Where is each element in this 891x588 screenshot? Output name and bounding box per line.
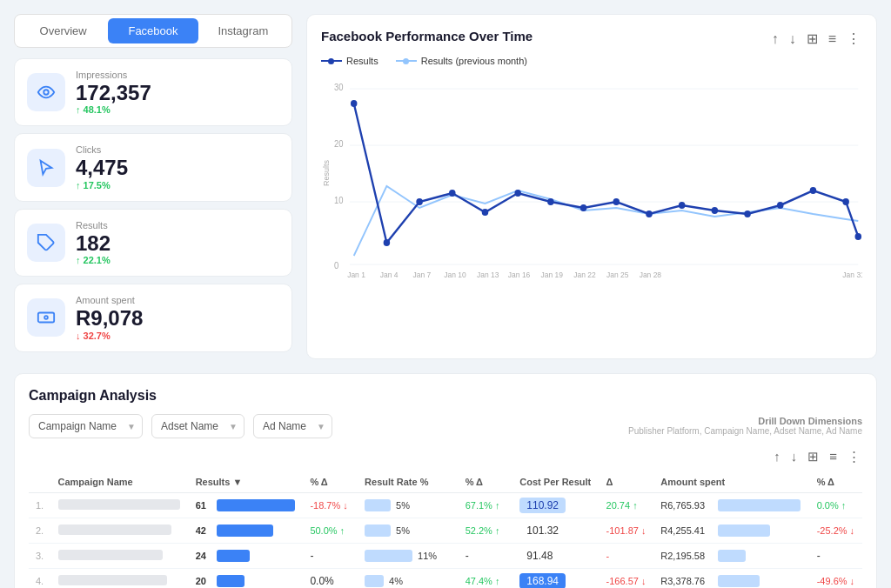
results-change: ↑ 22.1% (76, 255, 279, 265)
table-header-row: Campaign Name Results ▼ % Δ Result Rate … (29, 471, 862, 493)
table-grid-btn[interactable]: ⊞ (806, 447, 821, 466)
metric-card-impressions: Impressions 172,357 ↑ 48.1% (14, 58, 292, 126)
tab-facebook[interactable]: Facebook (108, 18, 198, 43)
adset-filter[interactable]: Adset Name (151, 414, 245, 438)
svg-text:Jan 22: Jan 22 (573, 271, 596, 279)
th-campaign[interactable]: Campaign Name (51, 471, 189, 493)
adname-filter-wrapper: Ad Name ▼ (253, 414, 332, 438)
results-label: Results (76, 220, 279, 231)
svg-point-17 (482, 209, 489, 216)
th-cpr[interactable]: Cost Per Result (512, 471, 599, 493)
svg-text:Jan 28: Jan 28 (640, 271, 662, 279)
svg-point-21 (613, 198, 620, 205)
drill-down-info: Drill Down Dimensions Publisher Platform… (628, 416, 862, 436)
amount-label: Amount spent (76, 295, 279, 305)
clicks-icon-bg (27, 149, 65, 187)
row-results: 42 (189, 518, 304, 543)
cursor-icon (37, 158, 56, 177)
th-results[interactable]: Results ▼ (189, 471, 304, 493)
adset-filter-wrapper: Adset Name ▼ (151, 414, 245, 438)
adname-filter[interactable]: Ad Name (253, 414, 332, 438)
chart-down-btn[interactable]: ↓ (787, 30, 798, 49)
chart-up-btn[interactable]: ↑ (770, 30, 780, 49)
legend-results-label: Results (346, 56, 379, 66)
results-value: 182 (76, 232, 279, 255)
impressions-value: 172,357 (76, 82, 279, 104)
row-rate: 5% (358, 518, 459, 543)
th-ratepct[interactable]: Result Rate % (358, 471, 459, 493)
amount-change: ↓ 32.7% (76, 331, 279, 341)
table-more-btn[interactable]: ⋮ (846, 447, 862, 466)
table-filter-btn[interactable]: ≡ (827, 447, 839, 465)
campaign-filter[interactable]: Campaign Name (29, 414, 143, 438)
row-pct2: - (459, 543, 513, 568)
svg-point-29 (855, 233, 862, 240)
svg-point-27 (810, 187, 817, 194)
svg-text:Jan 25: Jan 25 (606, 271, 629, 279)
top-section: Overview Facebook Instagram Impressions … (14, 14, 877, 359)
clicks-info: Clicks 4,475 ↑ 17.5% (76, 144, 279, 190)
impressions-label: Impressions (76, 70, 279, 80)
row-cpr: 168.94 (512, 568, 599, 588)
amount-icon-bg (27, 298, 65, 337)
svg-point-22 (646, 210, 653, 217)
legend-prev-label: Results (previous month) (421, 56, 527, 66)
row-pct2: 52.2% ↑ (459, 518, 513, 543)
table-actions: ↑ ↓ ⊞ ≡ ⋮ (29, 447, 862, 466)
row-delta: -101.87 ↓ (600, 518, 654, 543)
legend-line-dark (321, 60, 342, 62)
impressions-icon-bg (27, 73, 65, 111)
svg-text:Jan 1: Jan 1 (347, 271, 365, 279)
clicks-change: ↑ 17.5% (76, 180, 279, 190)
row-num: 2. (29, 518, 51, 543)
tab-instagram[interactable]: Instagram (198, 18, 288, 43)
svg-text:Jan 16: Jan 16 (508, 271, 531, 279)
analysis-title: Campaign Analysis (29, 388, 862, 404)
svg-text:30: 30 (334, 83, 344, 92)
legend-dot-light (403, 58, 409, 64)
row-campaign (51, 518, 189, 543)
table-row: 1. 61 -18.7% ↓ 5% 67.1% ↑ 110.92 20.74 ↑… (29, 492, 862, 518)
filters-row: Campaign Name ▼ Adset Name ▼ Ad Name ▼ D… (29, 414, 862, 438)
svg-point-26 (777, 202, 784, 209)
th-delta: Δ (600, 471, 654, 493)
table-up-btn[interactable]: ↑ (772, 447, 782, 465)
campaign-filter-wrapper: Campaign Name ▼ (29, 414, 143, 438)
tab-overview[interactable]: Overview (18, 18, 108, 43)
chart-filter-btn[interactable]: ≡ (827, 30, 838, 49)
row-pct1: 0.0% (303, 568, 358, 588)
row-amount: R2,195.58 (653, 543, 809, 568)
legend-line-light (396, 60, 417, 62)
drill-down-label: Drill Down Dimensions (628, 416, 862, 426)
chart-more-btn[interactable]: ⋮ (845, 29, 862, 49)
row-rate: 11% (358, 543, 459, 568)
row-results: 20 (189, 568, 304, 588)
row-results: 24 (189, 543, 304, 568)
svg-text:Jan 7: Jan 7 (413, 271, 432, 279)
table-down-btn[interactable]: ↓ (789, 447, 800, 465)
chart-grid-btn[interactable]: ⊞ (805, 29, 820, 49)
metric-card-results: Results 182 ↑ 22.1% (14, 209, 292, 277)
legend-dot-dark (328, 58, 334, 64)
svg-rect-2 (38, 313, 54, 323)
row-pct3: -25.2% ↓ (810, 518, 862, 543)
chart-panel: Facebook Performance Over Time ↑ ↓ ⊞ ≡ ⋮… (306, 14, 877, 359)
row-results: 61 (189, 492, 304, 518)
row-cpr: 91.48 (512, 543, 599, 568)
eye-icon (37, 83, 56, 102)
th-amount[interactable]: Amount spent (653, 471, 809, 493)
svg-point-18 (514, 190, 521, 197)
chart-svg: 30 20 10 0 Results (321, 73, 862, 282)
main-container: Overview Facebook Instagram Impressions … (0, 0, 891, 588)
chart-title: Facebook Performance Over Time (321, 29, 533, 43)
svg-point-28 (842, 198, 849, 205)
row-rate: 5% (358, 492, 459, 518)
svg-text:Jan 19: Jan 19 (541, 271, 564, 279)
svg-point-14 (384, 239, 391, 246)
svg-text:Results: Results (323, 159, 332, 186)
impressions-change: ↑ 48.1% (76, 104, 279, 115)
th-pct1: % Δ (303, 471, 358, 493)
svg-point-23 (679, 202, 686, 209)
svg-point-24 (712, 207, 719, 214)
svg-point-16 (449, 190, 456, 197)
